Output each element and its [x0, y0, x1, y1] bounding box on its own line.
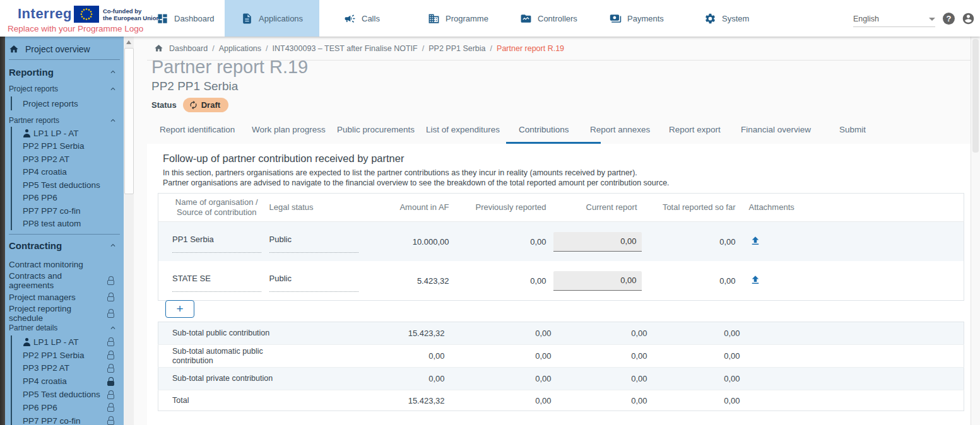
lock-icon: [107, 293, 115, 301]
page-scrollbar[interactable]: [971, 37, 980, 425]
sidebar-item-project-reporting-schedule[interactable]: Project reporting schedule: [5, 305, 124, 322]
subtotal-label: Sub-total automatic public contribution: [172, 347, 298, 366]
tab-work-plan-progress[interactable]: Work plan progress: [252, 125, 326, 134]
tab-contributions[interactable]: Contributions: [519, 125, 569, 134]
current-report-input[interactable]: [553, 232, 642, 252]
status-badge: Draft: [183, 98, 228, 112]
sidebar-item-partner-report[interactable]: PP2 PP1 Serbia: [12, 140, 124, 153]
system-gear-icon: [704, 13, 716, 25]
main-content: Dashboard / Applications / INT4300093 – …: [134, 37, 971, 425]
sidebar-item-partner-report[interactable]: LP1 LP - AT: [12, 127, 124, 140]
divider: [9, 234, 120, 235]
sidebar-item-partner-detail[interactable]: PP5 Test deductions: [12, 388, 124, 401]
nav-controllers[interactable]: Controllers: [520, 0, 577, 37]
lock-filled-icon: [107, 377, 115, 386]
account-button[interactable]: [962, 12, 975, 25]
sidebar-item-partner-report[interactable]: PP4 croatia: [12, 166, 124, 179]
previously-reported-value: 0,00: [450, 222, 547, 262]
upload-icon: [750, 274, 761, 286]
sidebar-section-reporting[interactable]: Reporting: [9, 65, 117, 79]
language-select[interactable]: English: [853, 11, 935, 27]
eu-cofunded-label: Co-funded by the European Union: [103, 8, 160, 21]
tab-report-export[interactable]: Report export: [669, 125, 721, 134]
partner-reports-group: LP1 LP - AT PP2 PP1 Serbia PP3 PP2 AT PP…: [11, 127, 124, 230]
tab-report-identification[interactable]: Report identification: [160, 125, 235, 134]
section-description-2: Partner organisations are advised to nav…: [163, 178, 670, 187]
sidebar-item-partner-detail[interactable]: PP7 PP7 co-fin: [12, 414, 124, 425]
breadcrumb-current: Partner report R.19: [497, 44, 564, 53]
sidebar-item-partner-detail[interactable]: PP4 croatia: [12, 375, 124, 388]
sidebar-item-partner-report[interactable]: PP5 Test deductions: [12, 178, 124, 192]
sidebar-item-project-managers[interactable]: Project managers: [5, 289, 124, 305]
nav-applications[interactable]: Applications: [225, 0, 319, 37]
sidebar-section-contracting[interactable]: Contracting: [9, 238, 117, 252]
sidebar-section-project-reports[interactable]: Project reports: [9, 84, 117, 94]
chevron-up-icon: [109, 241, 117, 250]
add-contribution-button[interactable]: +: [165, 300, 194, 318]
table-row: PP1 Serbia Public 10.000,00 0,00 0,00: [158, 222, 964, 262]
lock-icon: [107, 403, 115, 412]
sidebar-item-contract-monitoring[interactable]: Contract monitoring: [5, 256, 124, 272]
org-name-field: PP1 Serbia: [172, 231, 261, 253]
sidebar-section-partner-reports[interactable]: Partner reports: [9, 115, 117, 125]
sidebar-item-partner-detail[interactable]: LP1 LP - AT: [12, 335, 124, 349]
sidebar-item-partner-report[interactable]: PP7 PP7 co-fin: [12, 204, 124, 218]
sidebar-item-partner-report[interactable]: PP6 PP6: [12, 192, 124, 205]
sidebar-item-partner-report[interactable]: PP3 PP2 AT: [12, 153, 124, 166]
sidebar-section-partner-details[interactable]: Partner details: [9, 323, 117, 333]
upload-attachment-button[interactable]: [750, 274, 761, 286]
subtotal-prev: 0,00: [446, 322, 552, 345]
divider: [9, 59, 120, 60]
nav-programme[interactable]: Programme: [428, 0, 488, 37]
tab-public-procurements[interactable]: Public procurements: [337, 125, 415, 134]
lock-icon: [107, 276, 115, 285]
sidebar-scrollbar[interactable]: [124, 37, 134, 425]
sidebar-item-project-overview[interactable]: Project overview: [9, 42, 124, 57]
breadcrumb: Dashboard / Applications / INT4300093 – …: [154, 44, 564, 53]
subtotal-amount: 0,00: [354, 345, 446, 368]
nav-dashboard[interactable]: Dashboard: [156, 0, 215, 37]
breadcrumb-project[interactable]: INT4300093 – TEST after Finalise NOTIF: [273, 44, 418, 53]
nav-calls[interactable]: Calls: [344, 0, 380, 37]
upload-attachment-button[interactable]: [750, 235, 761, 247]
controllers-icon: [520, 13, 532, 25]
subtotal-current: 0,00: [552, 322, 648, 345]
subtotal-prev: 0,00: [446, 368, 552, 390]
tab-financial-overview[interactable]: Financial overview: [741, 125, 811, 134]
tab-report-annexes[interactable]: Report annexes: [590, 125, 650, 134]
page-scrollbar-thumb[interactable]: [972, 39, 979, 153]
page-subtitle: PP2 PP1 Serbia: [151, 79, 238, 93]
subtotal-amount: 0,00: [354, 368, 446, 390]
sidebar-item-partner-detail[interactable]: PP3 PP2 AT: [12, 362, 124, 375]
amount-af-value: 10.000,00: [365, 222, 450, 262]
col-header-attachments: Attachments: [736, 194, 964, 222]
nav-payments[interactable]: Payments: [610, 0, 664, 37]
sidebar-item-contracts-agreements[interactable]: Contracts and agreements: [5, 272, 124, 289]
tab-submit[interactable]: Submit: [839, 125, 866, 134]
table-row: STATE SE Public 5.423,32 0,00 0,00: [158, 261, 964, 301]
amount-af-value: 5.423,32: [365, 261, 450, 301]
previously-reported-value: 0,00: [450, 261, 547, 301]
nav-system[interactable]: System: [704, 0, 749, 37]
tab-bar-border: [147, 60, 971, 61]
payments-icon: [610, 13, 622, 25]
sidebar-scrollbar-thumb[interactable]: [124, 48, 134, 194]
sidebar-item-partner-report[interactable]: PP8 test autom: [12, 218, 124, 231]
scroll-up-arrow-icon[interactable]: [126, 40, 131, 44]
breadcrumb-partner[interactable]: PP2 PP1 Serbia: [428, 44, 485, 53]
current-report-input[interactable]: [553, 271, 642, 291]
lock-icon: [107, 416, 115, 425]
sidebar-item-partner-detail[interactable]: PP6 PP6: [12, 401, 124, 414]
lock-icon: [107, 390, 115, 399]
help-button[interactable]: ?: [943, 13, 955, 25]
tab-list-of-expenditures[interactable]: List of expenditures: [426, 125, 500, 134]
breadcrumb-applications[interactable]: Applications: [219, 44, 261, 53]
sidebar-item-partner-detail[interactable]: PP2 PP1 Serbia: [12, 349, 124, 362]
breadcrumb-dashboard[interactable]: Dashboard: [169, 44, 208, 53]
subtotal-current: 0,00: [552, 345, 648, 368]
eu-flag-icon: [74, 6, 99, 23]
sidebar-item-project-reports[interactable]: Project reports: [12, 96, 124, 110]
lock-icon: [107, 364, 115, 373]
section-description-1: In this section, partners organisations …: [163, 168, 637, 177]
subtotal-total: 0,00: [648, 322, 741, 345]
